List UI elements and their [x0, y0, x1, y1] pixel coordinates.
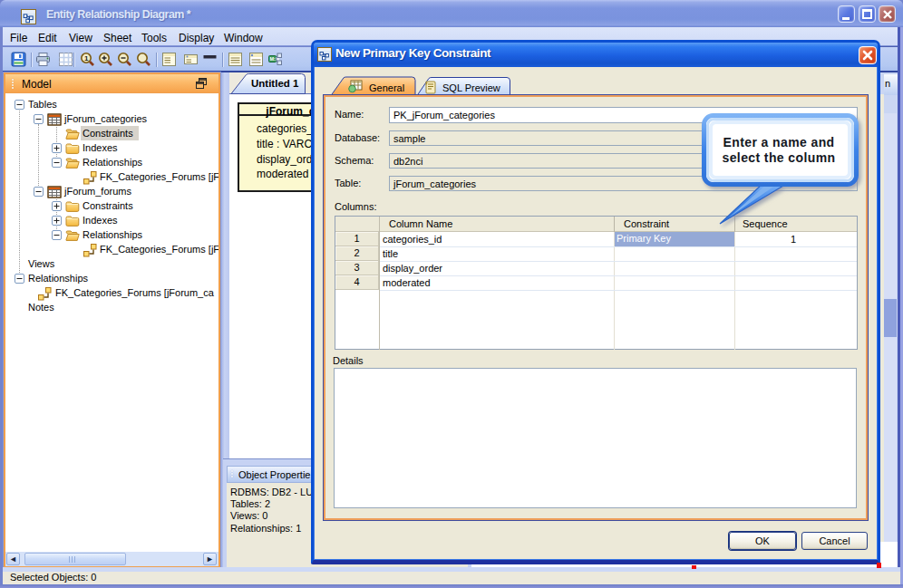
- svg-text:1: 1: [84, 54, 89, 63]
